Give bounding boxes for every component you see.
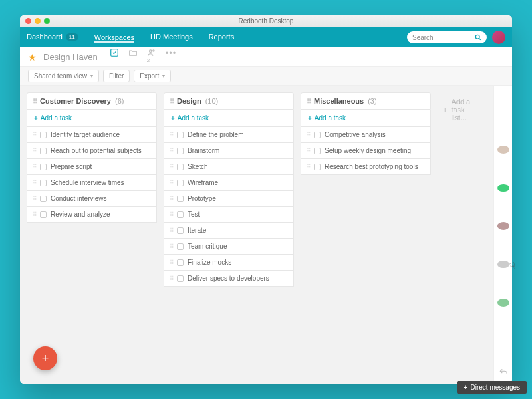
task-checkbox[interactable] <box>177 164 184 170</box>
export-button[interactable]: Export ▾ <box>134 70 171 82</box>
drag-handle-icon[interactable]: ⠿ <box>170 196 173 202</box>
drag-handle-icon[interactable]: ⠿ <box>170 227 173 234</box>
nav-workspaces[interactable]: Workspaces <box>94 32 134 43</box>
drag-handle-icon[interactable]: ⠿ <box>33 180 36 186</box>
task-checkbox[interactable] <box>177 227 184 234</box>
drag-handle-icon[interactable]: ⠿ <box>33 196 36 202</box>
task-card[interactable]: ⠿Sketch <box>164 159 294 175</box>
task-checkbox[interactable] <box>177 148 184 154</box>
presence-avatar[interactable] <box>497 261 509 269</box>
direct-messages-button[interactable]: + Direct messages <box>457 381 527 394</box>
search-input[interactable]: Search <box>407 31 487 43</box>
task-checkbox[interactable] <box>177 243 184 250</box>
task-checkbox[interactable] <box>314 148 321 154</box>
drag-handle-icon[interactable]: ⠿ <box>33 98 36 105</box>
drag-handle-icon[interactable]: ⠿ <box>170 259 173 266</box>
add-task-list-button[interactable]: +Add a task list... <box>438 92 487 127</box>
task-card[interactable]: ⠿Schedule interview times <box>27 175 157 191</box>
task-card[interactable]: ⠿Reach out to potential subjects <box>27 143 157 159</box>
drag-handle-icon[interactable]: ⠿ <box>307 98 310 105</box>
task-card[interactable]: ⠿Deliver specs to developers <box>164 271 294 287</box>
task-checkbox[interactable] <box>40 148 47 154</box>
drag-handle-icon[interactable]: ⠿ <box>33 132 36 138</box>
board-toolbar: Shared team view ▾ Filter Export ▾ <box>20 67 512 86</box>
user-avatar[interactable] <box>492 31 505 44</box>
drag-handle-icon[interactable]: ⠿ <box>33 148 36 154</box>
task-card[interactable]: ⠿Conduct interviews <box>27 191 157 207</box>
task-list-header[interactable]: ⠿Miscellaneous (3) <box>301 92 431 110</box>
drag-handle-icon[interactable]: ⠿ <box>33 211 36 218</box>
kanban-board[interactable]: ⠿Customer Discovery (6)+Add a task⠿Ident… <box>20 86 493 384</box>
task-checkbox[interactable] <box>177 180 184 186</box>
drag-handle-icon[interactable]: ⠿ <box>170 98 173 105</box>
task-checkbox[interactable] <box>177 275 184 282</box>
task-card[interactable]: ⠿Wireframe <box>164 175 294 191</box>
plus-icon: + <box>34 114 38 122</box>
drag-handle-icon[interactable]: ⠿ <box>33 164 36 170</box>
drag-handle-icon[interactable]: ⠿ <box>170 243 173 250</box>
filter-button[interactable]: Filter <box>103 70 130 82</box>
workspace-name[interactable]: Design Haven <box>43 52 98 62</box>
view-selector[interactable]: Shared team view ▾ <box>28 70 99 82</box>
drag-handle-icon[interactable]: ⠿ <box>170 164 173 170</box>
drag-handle-icon[interactable]: ⠿ <box>170 132 173 138</box>
task-card[interactable]: ⠿Iterate <box>164 223 294 239</box>
presence-avatar[interactable] <box>497 222 509 230</box>
task-card[interactable]: ⠿Brainstorm <box>164 143 294 159</box>
create-fab[interactable]: + <box>33 346 57 370</box>
task-checkbox[interactable] <box>314 164 321 170</box>
task-checkbox[interactable] <box>40 164 47 170</box>
task-card[interactable]: ⠿Define the problem <box>164 127 294 143</box>
presence-avatar[interactable] <box>497 184 509 192</box>
presence-avatar[interactable] <box>497 146 509 154</box>
nav-reports[interactable]: Reports <box>209 33 235 42</box>
task-checkbox[interactable] <box>40 180 47 186</box>
task-card[interactable]: ⠿Setup weekly design meeting <box>301 143 431 159</box>
task-list-header[interactable]: ⠿Customer Discovery (6) <box>27 92 157 110</box>
task-checkbox[interactable] <box>40 196 47 202</box>
drag-handle-icon[interactable]: ⠿ <box>307 132 310 138</box>
task-card[interactable]: ⠿Finalize mocks <box>164 255 294 271</box>
task-checkbox[interactable] <box>177 259 184 266</box>
task-title: Reach out to potential subjects <box>51 147 142 154</box>
add-task-button[interactable]: +Add a task <box>27 110 157 127</box>
presence-avatar[interactable] <box>497 299 509 307</box>
nav-hd-meetings[interactable]: HD Meetings <box>150 33 193 42</box>
task-checkbox[interactable] <box>177 196 184 202</box>
task-card[interactable]: ⠿Competitive analysis <box>301 127 431 143</box>
folder-icon[interactable] <box>128 48 138 66</box>
plus-icon: + <box>171 114 175 122</box>
add-task-button[interactable]: +Add a task <box>301 110 431 127</box>
drag-handle-icon[interactable]: ⠿ <box>170 148 173 154</box>
chevron-down-icon: ▾ <box>90 73 93 79</box>
task-checkbox[interactable] <box>314 132 321 138</box>
task-title: Prototype <box>188 195 216 202</box>
task-checkbox[interactable] <box>40 132 47 138</box>
nav-dashboard[interactable]: Dashboard 11 <box>27 33 78 42</box>
task-checkbox[interactable] <box>177 132 184 138</box>
reply-icon[interactable] <box>499 368 508 377</box>
task-card[interactable]: ⠿Identify target audience <box>27 127 157 143</box>
drag-handle-icon[interactable]: ⠿ <box>170 180 173 186</box>
task-checkbox[interactable] <box>40 211 47 218</box>
task-card[interactable]: ⠿Research best prototyping tools <box>301 159 431 175</box>
task-card[interactable]: ⠿Prepare script <box>27 159 157 175</box>
add-task-button[interactable]: +Add a task <box>164 110 294 127</box>
task-card[interactable]: ⠿Prototype <box>164 191 294 207</box>
task-list-header[interactable]: ⠿Design (10) <box>164 92 294 110</box>
drag-handle-icon[interactable]: ⠿ <box>307 148 310 154</box>
view-selector-label: Shared team view <box>34 72 87 80</box>
star-icon[interactable]: ★ <box>28 52 37 63</box>
task-card[interactable]: ⠿Review and analyze <box>27 207 157 223</box>
task-card[interactable]: ⠿Team critique <box>164 239 294 255</box>
nav-workspaces-label: Workspaces <box>94 33 134 41</box>
task-card[interactable]: ⠿Test <box>164 207 294 223</box>
drag-handle-icon[interactable]: ⠿ <box>307 164 310 170</box>
task-checkbox[interactable] <box>177 211 184 218</box>
tasks-view-icon[interactable] <box>110 48 119 66</box>
drag-handle-icon[interactable]: ⠿ <box>170 275 173 282</box>
drag-handle-icon[interactable]: ⠿ <box>170 211 173 218</box>
people-icon[interactable]: 2 <box>147 48 156 66</box>
task-title: Identify target audience <box>51 131 120 138</box>
more-icon[interactable]: ••• <box>166 48 177 66</box>
